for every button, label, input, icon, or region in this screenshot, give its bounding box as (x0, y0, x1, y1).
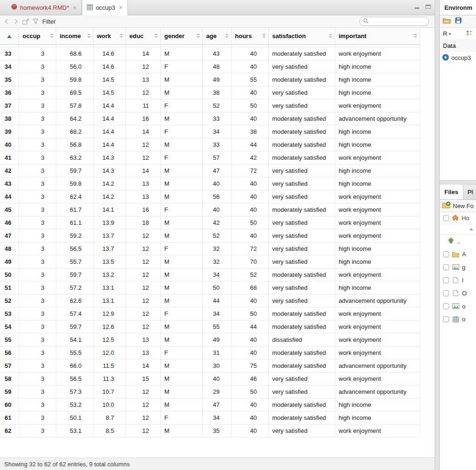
tab-environment[interactable]: Environm (440, 0, 476, 15)
file-name[interactable]: O (462, 290, 467, 297)
file-checkbox[interactable] (443, 277, 449, 283)
cell-work: 10.0 (93, 398, 126, 411)
horizontal-pane-splitter[interactable] (440, 180, 476, 184)
open-in-new-window-icon[interactable] (22, 19, 29, 25)
parent-directory-row[interactable]: .. (440, 235, 476, 248)
file-checkbox[interactable] (443, 251, 449, 257)
maximize-pane-icon[interactable] (425, 4, 431, 9)
cell-important: work enjoyment (335, 203, 420, 216)
cell-hours: 68 (231, 281, 268, 294)
data-viewer-pane: homework4.RMD* ✕ occup3 ✕ (0, 0, 435, 470)
table-row: 38364.214.416M3340moderately satisfiedad… (0, 112, 420, 125)
new-folder-icon[interactable] (442, 202, 450, 210)
column-label: age (206, 33, 217, 39)
tab-occup3[interactable]: occup3 ✕ (82, 0, 128, 15)
tab-homework4[interactable]: homework4.RMD* ✕ (7, 0, 82, 15)
cell-important: high income (335, 242, 420, 255)
cell-work: 14.3 (93, 164, 126, 177)
table-row: 62353.18.512M3540very satisfiedwork enjo… (0, 424, 420, 437)
cell-educ: 12 (126, 151, 160, 164)
list-view-icon[interactable] (466, 30, 473, 37)
table-row: 57366.011.514M3075moderately satisfiedad… (0, 359, 420, 372)
filter-button[interactable]: Filter (42, 18, 56, 25)
cell-occup: 3 (19, 47, 56, 60)
back-arrow-icon[interactable] (4, 19, 10, 24)
file-row[interactable]: o (440, 300, 476, 313)
dataframe-expand-icon[interactable] (442, 54, 449, 62)
column-header-important[interactable]: important (335, 28, 420, 44)
cell-occup: 3 (19, 216, 56, 229)
viewer-toolbar: Filter (0, 15, 435, 28)
cell-gender: F (160, 203, 202, 216)
cell-educ: 12 (126, 398, 160, 411)
file-checkbox[interactable] (443, 264, 449, 270)
file-checkbox[interactable] (443, 316, 449, 322)
cell-gender: M (160, 138, 202, 151)
cell-age: 38 (202, 86, 231, 99)
cell-satisfaction: moderately satisfied (268, 203, 335, 216)
filter-icon[interactable] (33, 19, 39, 24)
forward-arrow-icon[interactable] (13, 19, 19, 24)
files-list: AglOoo (440, 248, 476, 326)
new-folder-button[interactable]: New Fo (453, 202, 474, 209)
cell-work: 14.5 (93, 86, 126, 99)
search-input[interactable] (371, 18, 422, 25)
tab-files[interactable]: Files (440, 184, 463, 199)
column-header-hours[interactable]: hours (231, 28, 268, 44)
file-row[interactable]: A (440, 248, 476, 261)
cell-satisfaction: moderately satisfied (268, 47, 335, 60)
cell-age: 43 (202, 47, 231, 60)
cell-educ: 14 (126, 125, 160, 138)
file-name[interactable]: l (462, 277, 463, 284)
tab-plots[interactable]: Pl (463, 184, 476, 199)
file-checkbox[interactable] (443, 290, 449, 296)
file-row[interactable]: O (440, 287, 476, 300)
table-row: 59357.310.712M2950very satisfiedadvancem… (0, 385, 420, 398)
cell-age: 52 (202, 99, 231, 112)
file-row[interactable]: l (440, 274, 476, 287)
files-column-header[interactable] (440, 224, 476, 235)
cell-occup: 3 (19, 385, 56, 398)
cell-important: high income (335, 398, 420, 411)
column-header-age[interactable]: age (202, 28, 231, 44)
save-workspace-icon[interactable] (455, 17, 462, 26)
column-header-satisfaction[interactable]: satisfaction (268, 28, 335, 44)
cell-satisfaction: moderately satisfied (268, 411, 335, 424)
cell-hours: 40 (231, 398, 268, 411)
cell-occup: 3 (19, 294, 56, 307)
file-row[interactable]: o (440, 313, 476, 326)
cell-hours: 40 (231, 112, 268, 125)
cell-hours: 40 (231, 47, 268, 60)
column-header-rownames[interactable] (0, 28, 19, 44)
cell-important: high income (335, 73, 420, 86)
breadcrumb-home-link[interactable]: Ho (462, 215, 469, 222)
column-header-income[interactable]: income (56, 28, 93, 44)
column-header-educ[interactable]: educ (126, 28, 160, 44)
language-selector[interactable]: R (443, 30, 447, 37)
close-icon[interactable]: ✕ (73, 5, 76, 10)
pane-controls (414, 4, 431, 9)
file-row[interactable]: g (440, 261, 476, 274)
sort-ascending-icon (469, 228, 473, 230)
load-workspace-icon[interactable] (443, 17, 451, 26)
parent-directory-label[interactable]: .. (457, 238, 460, 245)
minimize-pane-icon[interactable] (414, 4, 420, 9)
row-number: 57 (0, 359, 19, 372)
environment-object-occup3[interactable]: occup3 (440, 52, 476, 64)
column-header-gender[interactable]: gender (160, 28, 202, 44)
file-checkbox[interactable] (443, 303, 449, 309)
cell-occup: 3 (19, 307, 56, 320)
cell-gender: M (160, 372, 202, 385)
select-all-checkbox[interactable] (443, 215, 449, 221)
file-name[interactable]: A (462, 251, 466, 258)
file-name[interactable]: o (462, 316, 465, 323)
file-name[interactable]: g (462, 264, 465, 271)
cell-hours: 40 (231, 346, 268, 359)
close-icon[interactable]: ✕ (119, 5, 123, 10)
cell-important: high income (335, 125, 420, 138)
file-name[interactable]: o (462, 303, 465, 310)
cell-satisfaction: moderately satisfied (268, 398, 335, 411)
column-header-occup[interactable]: occup (19, 28, 56, 44)
cell-gender: F (160, 242, 202, 255)
column-header-work[interactable]: work (93, 28, 126, 44)
